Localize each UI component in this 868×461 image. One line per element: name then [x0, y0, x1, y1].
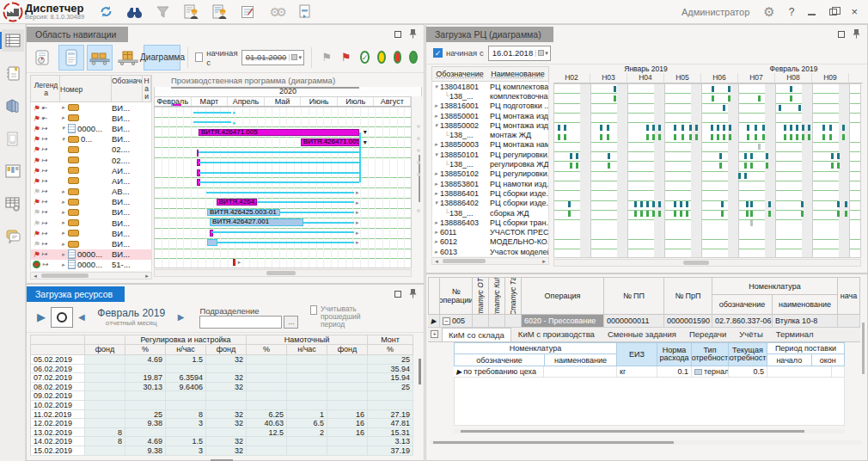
rc-tree-row[interactable]: ▸ 138816001 РЦ подготовки ... — [432, 101, 548, 111]
column-header-status-kim[interactable]: Статус КиМ — [489, 277, 505, 315]
gantt-hscrollbar[interactable] — [154, 269, 412, 277]
tab-rc-load[interactable]: Загрузка РЦ (диаграмма) — [426, 27, 553, 42]
table-row[interactable]: 08.02.2019 30.13 9.6406 32 25 — [30, 383, 413, 392]
group-header-regulation[interactable]: Регулировка и настройка — [125, 335, 247, 345]
table-row[interactable]: 14.02.2019 8 4.69 1.5 32 3.13 — [30, 437, 413, 446]
minimize-button[interactable] — [808, 7, 816, 17]
tree-row[interactable]: ↦ ▸ ВИ... — [31, 218, 151, 228]
row-expander-icon[interactable]: − — [443, 317, 450, 325]
tree-expander-icon[interactable]: ▸ — [432, 141, 440, 148]
rc-tree-row[interactable]: ▸ 138886403 РЦ сборки тран... — [432, 218, 548, 227]
tree-row[interactable]: ↦ ▸ ВИ... — [31, 207, 151, 218]
view-conveyor-button[interactable] — [87, 45, 113, 71]
rc-tree-hscrollbar[interactable]: ◂▸ — [431, 257, 549, 265]
sub-column-header[interactable]: фонд — [85, 345, 125, 355]
tree-expander-icon[interactable]: ▸ — [60, 251, 66, 258]
view-card-button[interactable] — [58, 45, 84, 71]
tree-expander-icon[interactable]: ▸ — [432, 229, 440, 236]
record-circle-button[interactable] — [51, 307, 73, 328]
tree-expander-icon[interactable]: ▾ — [60, 125, 66, 132]
filter-icon[interactable] — [153, 3, 172, 21]
tree-row[interactable]: ↦ АИ... — [31, 165, 151, 175]
division-browse-button[interactable]: ... — [284, 316, 298, 329]
tree-expander-icon[interactable]: └ — [432, 161, 449, 169]
gantt-month-label[interactable]: Август — [374, 97, 411, 106]
table-row[interactable]: 07.02.2019 19.87 6.3594 32 15.94 — [30, 373, 413, 383]
detail-tab[interactable]: КиМ со склада — [442, 328, 511, 341]
rc-tree-row[interactable]: ▾ 138886402 РЦ сборки изде... — [432, 199, 548, 208]
sub-column-header[interactable]: % — [247, 345, 287, 355]
rc-tree-row[interactable]: ▸ 138853801 РЦ намотки изд... — [432, 179, 548, 188]
settings-gear-icon[interactable]: ⚙ — [763, 5, 774, 18]
table-row[interactable]: 09.02.2019 — [30, 391, 413, 401]
table-row[interactable]: 12.02.2019 9.38 3 32 40.63 6.5 16 47.81 — [30, 419, 413, 428]
gantt-bar[interactable]: ВИТЯ.426427.001 — [210, 218, 303, 225]
tree-expander-icon[interactable]: ▸ — [432, 170, 440, 177]
prev-month-icon[interactable]: ◀ — [73, 312, 90, 322]
tree-expander-icon[interactable]: ▸ — [432, 181, 440, 187]
tree-expander-icon[interactable]: ▸ — [60, 188, 66, 195]
past-period-checkbox[interactable]: Учитывать прошедший период — [310, 305, 384, 329]
table-row[interactable]: 15.02.2019 9.38 3 32 37.19 — [30, 446, 413, 456]
timeline-week-label[interactable]: Н06 — [701, 73, 738, 83]
tree-expander-icon[interactable]: ▾ — [60, 136, 66, 143]
table-row[interactable]: 10.02.2019 — [30, 401, 413, 410]
gantt-bar[interactable]: ВИТЯ.426425.003-01 — [207, 209, 280, 216]
tree-row[interactable]: ↦ ▸ ВИ... — [31, 197, 151, 207]
column-header-number[interactable]: Номер — [60, 76, 112, 101]
tree-expander-icon[interactable]: ▾ — [432, 83, 440, 90]
refresh-icon[interactable] — [96, 3, 115, 21]
tree-expander-icon[interactable]: ▸ — [432, 238, 440, 245]
tab-navigation-area[interactable]: Область навигации — [27, 27, 128, 42]
sub-column-header[interactable] — [30, 345, 85, 355]
column-header-end[interactable]: окон — [812, 354, 844, 366]
rc-tree-row[interactable]: ▸ 6011 УЧАСТОК ПРЕС... — [432, 227, 548, 237]
restore-button[interactable] — [829, 7, 837, 17]
status-check-icon[interactable]: ✓ — [360, 51, 370, 64]
column-header-status-otk[interactable]: Статус ОТК — [473, 277, 489, 315]
rc-start-date-input[interactable]: 16.01.2018 ▾ — [488, 46, 551, 61]
timeline-week-label[interactable]: Н04 — [627, 73, 664, 83]
panel-maximize-icon[interactable] — [394, 29, 401, 40]
calendar-dropdown-icon[interactable]: ▾ — [289, 54, 302, 61]
table-row[interactable]: 13.02.2019 8 12.5 2 16 15.31 — [30, 428, 413, 438]
gantt-month-label[interactable]: Июнь — [301, 97, 338, 106]
tree-row[interactable]: ↦ ▸ ВИ... — [31, 228, 151, 238]
division-input[interactable] — [199, 316, 282, 329]
program-gantt-grid[interactable]: ▸▸ВИТЯ.426471.005▾ВИТЯ.426471.005▾▸ВИТЯ.… — [154, 107, 412, 268]
rc-tree-row[interactable]: └ 138_... регулировка ЖД — [432, 159, 548, 169]
operations-hscrollbar[interactable] — [430, 440, 862, 445]
column-header-start[interactable]: нача — [838, 277, 860, 315]
gantt-month-label[interactable]: Апрель — [228, 97, 265, 106]
tree-expander-icon[interactable]: ▸ — [432, 249, 440, 255]
tree-expander-icon[interactable]: ▸ — [432, 113, 440, 120]
column-header-legend[interactable]: Легенда — [31, 76, 60, 101]
group-header-montage[interactable]: Монт — [368, 335, 413, 345]
flag-gray-icon[interactable]: ⚑ — [321, 52, 332, 64]
sidebar-item-data-table[interactable] — [2, 29, 24, 52]
tree-expander-icon[interactable]: └ — [432, 132, 449, 139]
sub-column-header[interactable]: % — [368, 345, 413, 355]
detail-expander-icon[interactable]: + — [431, 330, 438, 338]
resources-vscrollbar[interactable] — [418, 336, 422, 439]
status-red-icon[interactable] — [394, 51, 402, 64]
timeline-week-label[interactable]: Н03 — [590, 73, 627, 83]
column-header-current-demand[interactable]: Текущая потребность — [729, 342, 767, 366]
rc-timeline-hscrollbar[interactable] — [553, 259, 861, 267]
detail-tab[interactable]: Учёты — [733, 328, 768, 341]
tree-expander-icon[interactable]: ▸ — [60, 261, 66, 268]
tree-row[interactable]: ⇤ ▸ ВИ... — [31, 113, 151, 123]
tree-row[interactable]: ↦ ▸ 0000... 51-... — [31, 260, 151, 270]
tree-expander-icon[interactable]: ▾ — [432, 122, 440, 129]
rc-tree-row[interactable]: ▸ 138886401 РЦ сборки изде... — [432, 188, 548, 198]
tree-expander-icon[interactable]: ▸ — [60, 209, 66, 216]
checkbox-unchecked-icon[interactable] — [310, 305, 317, 315]
column-header-eiz[interactable]: ЕИЗ — [617, 342, 657, 366]
tree-row[interactable]: ⇤ ▸ ВИ... — [31, 102, 151, 113]
tree-hscrollbar[interactable]: ◂▸ — [30, 272, 152, 280]
column-header-name[interactable]: Наименование — [487, 70, 548, 78]
sidebar-item-kanban[interactable] — [2, 160, 24, 182]
panel-maximize-icon[interactable] — [394, 289, 401, 299]
timeline-week-label[interactable]: Н08 — [775, 73, 812, 83]
tree-expander-icon[interactable]: └ — [432, 92, 449, 100]
